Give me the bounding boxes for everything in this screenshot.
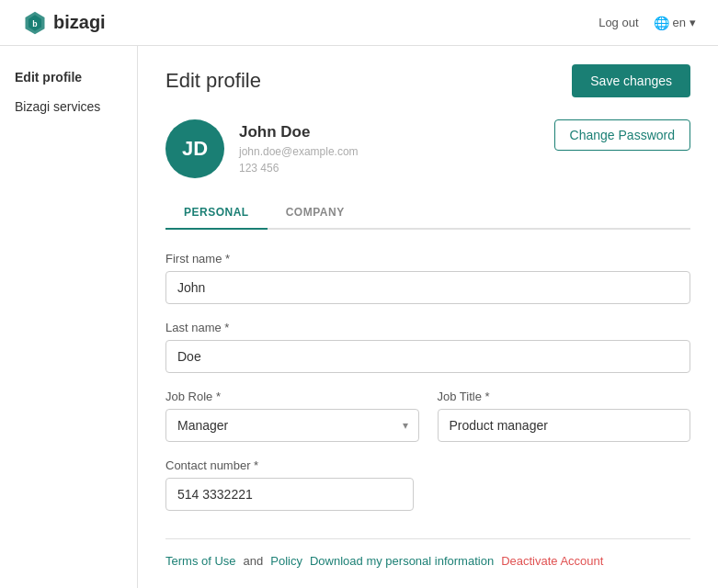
first-name-input[interactable] bbox=[165, 271, 690, 304]
logout-link[interactable]: Log out bbox=[598, 16, 638, 29]
logo: b bizagi bbox=[22, 10, 106, 36]
job-row: Job Role * Manager Developer Designer An… bbox=[165, 390, 690, 458]
sidebar: Edit profile Bizagi services bbox=[0, 46, 138, 588]
profile-name: John Doe bbox=[239, 123, 359, 141]
job-role-group: Job Role * Manager Developer Designer An… bbox=[165, 390, 419, 442]
job-role-select[interactable]: Manager Developer Designer Analyst Direc… bbox=[165, 409, 419, 442]
tabs: PERSONAL COMPANY bbox=[165, 197, 690, 230]
tab-company[interactable]: COMPANY bbox=[268, 197, 363, 230]
layout: Edit profile Bizagi services Edit profil… bbox=[0, 46, 718, 588]
save-changes-button[interactable]: Save changes bbox=[572, 64, 690, 97]
page-header: Edit profile Save changes bbox=[165, 64, 690, 97]
last-name-input[interactable] bbox=[165, 340, 690, 373]
avatar: JD bbox=[165, 119, 224, 178]
svg-text:b: b bbox=[32, 19, 37, 28]
chevron-down-icon: ▾ bbox=[690, 16, 696, 29]
sidebar-item-bizagi-services[interactable]: Bizagi services bbox=[15, 94, 122, 119]
first-name-group: First name * bbox=[165, 252, 690, 304]
main-content: Edit profile Save changes JD John Doe jo… bbox=[138, 46, 718, 588]
job-title-label: Job Title * bbox=[438, 390, 691, 403]
download-info-link[interactable]: Download my personal information bbox=[310, 554, 494, 568]
last-name-label: Last name * bbox=[165, 321, 690, 334]
job-title-group: Job Title * bbox=[438, 390, 691, 442]
page-title: Edit profile bbox=[165, 69, 261, 93]
contact-number-group: Contact number * bbox=[165, 458, 414, 511]
profile-section: JD John Doe john.doe@example.com 123 456… bbox=[165, 119, 690, 178]
bizagi-logo-icon: b bbox=[22, 10, 48, 36]
last-name-group: Last name * bbox=[165, 321, 690, 373]
header-right: Log out 🌐 en ▾ bbox=[598, 16, 696, 30]
language-label: en bbox=[673, 16, 686, 29]
profile-info: John Doe john.doe@example.com 123 456 bbox=[239, 123, 359, 175]
job-title-input[interactable] bbox=[438, 409, 691, 442]
tab-personal[interactable]: PERSONAL bbox=[165, 197, 268, 230]
change-password-button[interactable]: Change Password bbox=[554, 119, 690, 151]
form-section: First name * Last name * Job Role * Mana… bbox=[165, 252, 690, 511]
profile-id: 123 456 bbox=[239, 162, 359, 175]
first-name-label: First name * bbox=[165, 252, 690, 266]
profile-left: JD John Doe john.doe@example.com 123 456 bbox=[165, 119, 359, 178]
header: b bizagi Log out 🌐 en ▾ bbox=[0, 0, 718, 46]
logo-text: bizagi bbox=[53, 12, 106, 33]
globe-icon: 🌐 bbox=[654, 16, 669, 30]
language-selector[interactable]: 🌐 en ▾ bbox=[654, 16, 696, 30]
contact-number-input[interactable] bbox=[165, 478, 414, 511]
footer-links: Terms of Use and Policy Download my pers… bbox=[165, 554, 690, 568]
deactivate-account-link[interactable]: Deactivate Account bbox=[501, 554, 603, 568]
sidebar-item-edit-profile[interactable]: Edit profile bbox=[15, 64, 122, 90]
profile-email: john.doe@example.com bbox=[239, 145, 359, 158]
terms-of-use-link[interactable]: Terms of Use bbox=[165, 554, 236, 568]
and-separator: and bbox=[244, 554, 264, 568]
job-role-select-wrapper: Manager Developer Designer Analyst Direc… bbox=[165, 409, 419, 442]
policy-link[interactable]: Policy bbox=[270, 554, 302, 568]
contact-number-label: Contact number * bbox=[165, 458, 414, 472]
job-role-label: Job Role * bbox=[165, 390, 419, 403]
footer-divider bbox=[165, 538, 690, 539]
